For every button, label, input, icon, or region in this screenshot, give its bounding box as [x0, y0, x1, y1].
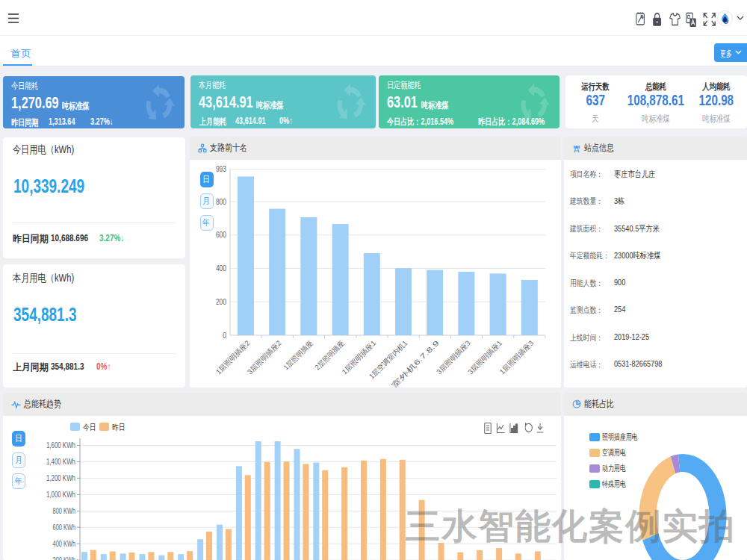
svg-text:3层照明插座2: 3层照明插座2 [246, 339, 284, 377]
svg-text:1层照明插座3: 1层照明插座3 [498, 339, 536, 377]
svg-text:1,000 KWh: 1,000 KWh [46, 490, 75, 499]
svg-text:600: 600 [216, 230, 226, 239]
svg-text:800: 800 [216, 197, 226, 206]
svg-text:1,200 KWh: 1,200 KWh [46, 473, 75, 482]
svg-text:993: 993 [216, 164, 226, 173]
svg-text:0: 0 [223, 331, 226, 340]
svg-text:1,400 KWh: 1,400 KWh [46, 457, 75, 466]
svg-text:400: 400 [216, 264, 226, 273]
svg-text:200: 200 [216, 297, 226, 306]
svg-text:1,600 KWh: 1,600 KWh [46, 441, 75, 449]
svg-text:1层照明插座: 1层照明插座 [282, 338, 315, 372]
svg-text:2层照明插座: 2层照明插座 [313, 338, 347, 372]
